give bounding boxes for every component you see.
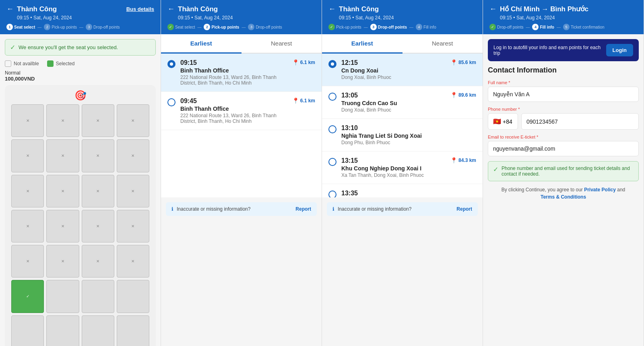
contact-title: Contact Information [488,66,639,75]
bus-seat-container: 🎯 ✕ ✕ ✕ ✕ ✕ ✕ ✕ ✕ ✕ ✕ ✕ ✕ ✕ ✕ ✕ ✕ ✕ ✕ ✕ [5,85,156,346]
phone-label: Phone number * [488,107,639,112]
seat[interactable]: ✕ [82,175,114,207]
bus-details-link[interactable]: Bus details [126,6,154,12]
seat[interactable]: ✕ [11,104,44,137]
selected-box [47,60,54,67]
tab-nearest-p2[interactable]: Nearest [242,34,322,54]
seat[interactable]: ✕ [82,210,114,242]
seat[interactable]: ✕ [82,139,114,172]
seat[interactable]: ✕ [11,245,44,278]
back-button-p4[interactable]: ← [489,5,497,13]
seat[interactable]: ✕ [46,245,79,278]
location-icon-p3-0: 📍 [450,59,457,66]
terms-conditions-link[interactable]: Terms & Conditions [541,194,586,200]
seat[interactable]: ✕ [82,104,114,137]
seat[interactable] [117,280,149,313]
seat[interactable]: ✕ [117,175,149,207]
radio-unselected-p3-1 [328,93,336,101]
seat[interactable] [46,315,79,346]
seat-selected[interactable]: ✓ [11,280,44,313]
back-button-p1[interactable]: ← [6,5,14,13]
radio-selected-p3 [328,60,336,68]
panel3-title: Thành Công [339,5,379,13]
email-label: Email to receive E-ticket * [488,135,639,139]
stop-item[interactable]: 13:10 Nghia Trang Liet Si Dong Xoai Dong… [322,119,483,151]
phone-row: 🇻🇳 +84 [488,113,639,130]
seat-type-price: Normal 100,000VND [5,70,156,82]
step-dropoff: 3 Drop-off points [86,24,120,30]
panel1-header: ← Thành Công Bus details 09:15 • Sat, Au… [0,0,161,34]
stop-item-shuttle[interactable]: 13:35 Shuttle service Trung Chuyen Noi T… [322,184,483,197]
panel3-subtitle: 09:15 • Sat, Aug 24, 2024 [339,15,476,21]
panel3-steps: ✓ Pick-up points — 3 Drop-off points — 4… [328,24,476,30]
seat[interactable] [11,315,44,346]
seat-guarantee-banner: ✓ We ensure you'll get the seat you sele… [5,39,156,56]
seat[interactable]: ✕ [82,245,114,278]
stop-item[interactable]: 13:15 Khu Cong Nghiep Dong Xoai I Xa Tan… [322,151,483,184]
step-done-pickup: ✓ Pick-up points [328,24,361,30]
seat[interactable]: ✕ [46,175,79,207]
stop-item[interactable]: 09:45 Binh Thanh Office 222 National Rou… [161,92,322,130]
seat[interactable] [117,315,149,346]
radio-selected [167,60,175,68]
stop-item[interactable]: 12:15 Cn Dong Xoai Dong Xoai, Binh Phuoc… [322,54,483,86]
login-button[interactable]: Login [606,44,633,56]
step-dropoff-active: 3 Drop-off points [370,24,407,30]
seat[interactable] [82,280,114,313]
phone-input[interactable] [521,113,639,130]
private-policy-link[interactable]: Private Policy [584,187,616,193]
location-icon: 📍 [292,97,299,104]
seat[interactable]: ✕ [117,139,149,172]
seat[interactable]: ✕ [46,139,79,172]
seat[interactable] [46,280,79,313]
panel-dropoff: ← Thành Công 09:15 • Sat, Aug 24, 2024 ✓… [322,0,483,346]
tab-earliest-p2[interactable]: Earliest [161,34,242,54]
panel4-header: ← Hồ Chí Minh → Bình Phước 09:15 • Sat, … [483,0,644,34]
tab-earliest-p3[interactable]: Earliest [322,34,402,54]
radio-unselected-p3-4 [328,191,336,197]
check-icon: ✓ [10,44,15,51]
stop-item[interactable]: 13:05 Truong Cdcn Cao Su Dong Xoai, Binh… [322,86,483,119]
email-input[interactable] [488,141,639,156]
full-name-field: Full name * [488,80,639,102]
seat[interactable]: ✕ [11,175,44,207]
panel2-header: ← Thành Công 09:15 • Sat, Aug 24, 2024 ✓… [161,0,322,34]
report-link-p2[interactable]: Report [295,206,311,212]
panel2-steps: ✓ Seat select — 2 Pick-up points — 3 Dro… [167,24,315,30]
email-field: Email to receive E-ticket * [488,135,639,156]
terms-text: By clicking Continue, you agree to our P… [488,186,639,201]
legend-selected: Selected [47,60,75,67]
panel4-title: Hồ Chí Minh → Bình Phước [500,5,588,13]
full-name-input[interactable] [488,87,639,102]
login-banner: Log in to autofill your info and earn po… [488,39,639,61]
panel-fill-info: ← Hồ Chí Minh → Bình Phước 09:15 • Sat, … [483,0,644,346]
report-link-p3[interactable]: Report [456,206,472,212]
seat[interactable]: ✕ [117,104,149,137]
panel4-subtitle: 09:15 • Sat, Aug 24, 2024 [500,15,637,21]
not-available-box [5,60,11,67]
tab-nearest-p3[interactable]: Nearest [402,34,483,54]
seat[interactable] [82,315,114,346]
seat[interactable]: ✕ [46,210,79,242]
seat[interactable]: ✕ [11,139,44,172]
phone-prefix-selector[interactable]: 🇻🇳 +84 [488,113,518,130]
seat[interactable]: ✕ [117,245,149,278]
seat[interactable]: ✕ [117,210,149,242]
check-icon-info: ✓ [493,166,498,173]
contact-section: Contact Information Full name * Phone nu… [483,66,644,186]
seat[interactable]: ✕ [11,210,44,242]
location-icon-p3-3: 📍 [450,157,457,164]
panel4-steps: ✓ Drop-off points — 4 Fill info — 5 Tick… [489,24,637,30]
stop-item[interactable]: 09:15 Binh Thanh Office 222 National Rou… [161,54,322,92]
seat-legend: Not availble Selected [5,60,156,67]
step-pickup-active: 2 Pick-up points [204,24,239,30]
back-button-p2[interactable]: ← [167,5,175,13]
seat[interactable]: ✕ [46,104,79,137]
step-fillinfo-p3: 4 Fill info [416,24,436,30]
radio-unselected-p3-3 [328,158,336,166]
panel1-subtitle: 09:15 • Sat, Aug 24, 2024 [17,15,154,21]
back-button-p3[interactable]: ← [328,5,336,13]
panel-seat-select: ← Thành Công Bus details 09:15 • Sat, Au… [0,0,161,346]
legend-not-available: Not availble [5,60,39,67]
step-dropoff-p2: 3 Drop-off points [248,24,282,30]
